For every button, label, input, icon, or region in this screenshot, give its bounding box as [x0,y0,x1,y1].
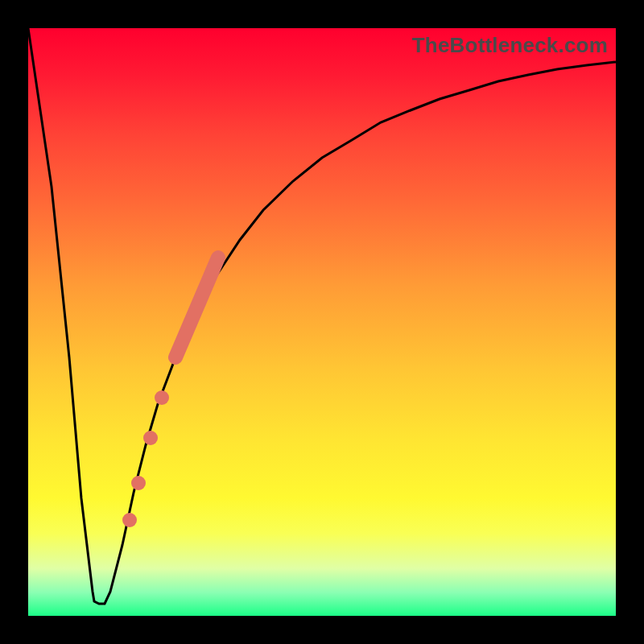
highlight-segment [175,258,218,357]
highlight-dot [131,476,146,490]
highlight-dot [155,390,169,405]
curve-layer [28,28,616,616]
bottleneck-curve [28,28,616,604]
chart-frame: TheBottleneck.com [0,0,644,644]
highlight-dot [143,431,158,445]
plot-area: TheBottleneck.com [28,28,616,616]
highlight-dot [122,513,137,527]
